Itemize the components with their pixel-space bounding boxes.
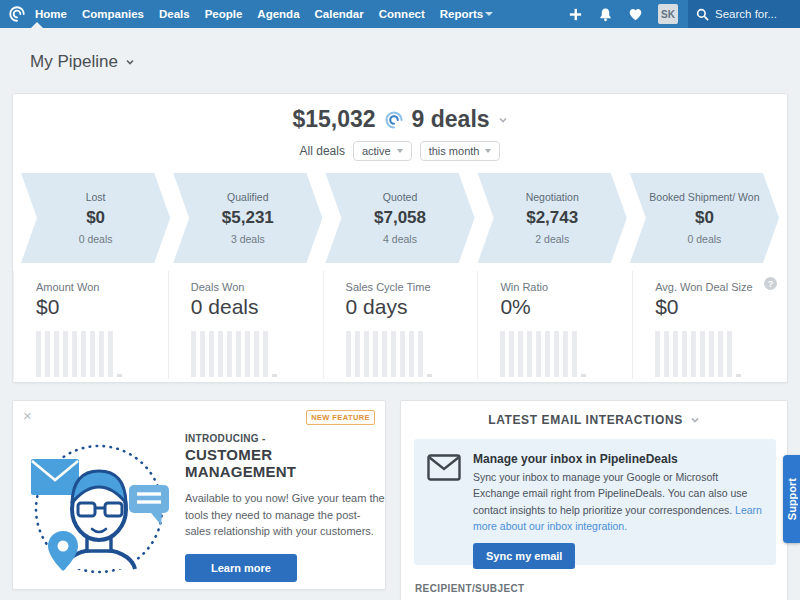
- stat-cell: Amount Won $0: [13, 271, 168, 379]
- stat-placeholder-bars-icon: [191, 331, 268, 377]
- customer-management-promo-card: × NEW FEATURE INTRODUCING - CUSTOMER MAN…: [12, 400, 386, 590]
- page-title-row[interactable]: My Pipeline: [30, 52, 135, 72]
- stat-value: 0 deals: [191, 295, 323, 319]
- favorites-heart-icon[interactable]: [628, 7, 643, 22]
- stat-cell: Avg. Won Deal Size $0: [632, 271, 787, 379]
- pipeline-stats-row: Amount Won $0 Deals Won 0 deals Sales Cy…: [13, 271, 787, 379]
- nav-right: SK: [568, 0, 800, 28]
- funnel-stage[interactable]: Negotiation $2,743 2 deals: [478, 173, 627, 263]
- notifications-bell-icon[interactable]: [598, 7, 613, 22]
- stat-label: Amount Won: [36, 281, 168, 293]
- stat-placeholder-bars-icon: [346, 331, 423, 377]
- stat-placeholder-bars-icon: [500, 331, 577, 377]
- stage-name: Booked Shipment/ Won: [631, 191, 777, 203]
- stage-value: $2,743: [526, 208, 578, 228]
- envelope-column: [427, 452, 461, 565]
- pipeline-summary-chevron-icon[interactable]: [498, 115, 508, 125]
- close-icon[interactable]: ×: [23, 407, 32, 424]
- funnel-stage[interactable]: Booked Shipment/ Won $0 0 deals: [630, 173, 779, 263]
- stage-deal-count: 2 deals: [535, 233, 569, 245]
- nav-item[interactable]: Companies: [82, 8, 144, 20]
- promo-body: Available to you now! Give your team the…: [185, 490, 385, 540]
- filter-status-dropdown[interactable]: active: [353, 141, 412, 161]
- pipeline-total-deals: 9 deals: [412, 106, 490, 133]
- stat-value: 0%: [500, 295, 632, 319]
- pipeline-summary-card: $15,032 9 deals All deals active this mo…: [12, 93, 788, 383]
- search-input[interactable]: [715, 8, 795, 20]
- stage-deal-count: 4 deals: [383, 233, 417, 245]
- stage-value: $7,058: [374, 208, 426, 228]
- main-menu: Home Companies Deals People Agenda Calen…: [35, 8, 483, 20]
- stat-cell: Deals Won 0 deals: [168, 271, 323, 379]
- recipient-subject-column-header: RECIPIENT/SUBJECT: [415, 583, 525, 594]
- stat-value: 0 days: [346, 295, 478, 319]
- stage-name: Qualified: [209, 191, 286, 203]
- stage-deal-count: 0 deals: [687, 233, 721, 245]
- nav-more-chevron-icon[interactable]: [485, 12, 493, 16]
- filter-period-dropdown[interactable]: this month: [420, 141, 501, 161]
- stage-name: Lost: [68, 191, 124, 203]
- deals-icon: [384, 110, 404, 130]
- stat-value: $0: [655, 295, 787, 319]
- pipelinedeals-logo-icon[interactable]: [8, 5, 26, 23]
- filter-status-value: active: [362, 145, 391, 157]
- nav-item[interactable]: Calendar: [315, 8, 364, 20]
- collapse-chevron-icon[interactable]: [690, 415, 700, 425]
- nav-item[interactable]: Agenda: [257, 8, 299, 20]
- learn-more-button[interactable]: Learn more: [185, 554, 297, 582]
- pipeline-funnel: Lost $0 0 deals Qualified $5,231 3 deals…: [21, 173, 779, 263]
- stage-value: $5,231: [222, 208, 274, 228]
- nav-item[interactable]: People: [205, 8, 243, 20]
- inbox-sync-text: Manage your inbox in PipelineDeals Sync …: [473, 452, 762, 565]
- stage-value: $0: [86, 208, 105, 228]
- pipeline-total-value: $15,032: [292, 106, 375, 133]
- nav-item[interactable]: Reports: [440, 8, 483, 20]
- filter-scope-label: All deals: [300, 144, 345, 158]
- email-card-title: LATEST EMAIL INTERACTIONS: [488, 413, 683, 427]
- customer-management-illustration: [25, 429, 177, 587]
- stat-placeholder-bars-icon: [655, 331, 732, 377]
- top-nav: Home Companies Deals People Agenda Calen…: [0, 0, 800, 28]
- sync-email-button[interactable]: Sync my email: [473, 543, 575, 569]
- support-tab[interactable]: Support: [783, 455, 800, 543]
- inbox-sync-panel: Manage your inbox in PipelineDeals Sync …: [414, 439, 776, 565]
- nav-item[interactable]: Deals: [159, 8, 190, 20]
- support-tab-label: Support: [786, 478, 798, 520]
- pipeline-selector-chevron-icon[interactable]: [125, 57, 135, 67]
- promo-title: CUSTOMER MANAGEMENT: [185, 446, 385, 480]
- funnel-stage[interactable]: Lost $0 0 deals: [21, 173, 170, 263]
- stage-deal-count: 0 deals: [79, 233, 113, 245]
- stat-cell: Sales Cycle Time 0 days: [323, 271, 478, 379]
- pipeline-totals: $15,032 9 deals: [13, 106, 787, 133]
- stat-label: Deals Won: [191, 281, 323, 293]
- promo-kicker: INTRODUCING -: [185, 433, 385, 444]
- page-title: My Pipeline: [30, 52, 118, 72]
- filter-period-value: this month: [429, 145, 480, 157]
- promo-text-block: INTRODUCING - CUSTOMER MANAGEMENT Availa…: [185, 433, 385, 582]
- active-tab-notch: [31, 22, 43, 28]
- dropdown-caret-icon: [397, 149, 403, 153]
- stage-name: Quoted: [365, 191, 435, 203]
- nav-item[interactable]: Home: [35, 8, 67, 20]
- email-card-header[interactable]: LATEST EMAIL INTERACTIONS: [401, 413, 787, 427]
- stat-value: $0: [36, 295, 168, 319]
- stage-value: $0: [695, 208, 714, 228]
- envelope-icon: [427, 454, 461, 481]
- dropdown-caret-icon: [485, 149, 491, 153]
- stage-name: Negotiation: [508, 191, 597, 203]
- pipeline-filters: All deals active this month: [13, 141, 787, 161]
- help-icon[interactable]: ?: [764, 277, 777, 290]
- stat-placeholder-bars-icon: [36, 331, 113, 377]
- stat-label: Sales Cycle Time: [346, 281, 478, 293]
- inbox-sync-body: Sync your inbox to manage your Google or…: [473, 469, 762, 534]
- user-avatar[interactable]: SK: [658, 4, 678, 24]
- funnel-stage[interactable]: Quoted $7,058 4 deals: [325, 173, 474, 263]
- stat-label: Win Ratio: [500, 281, 632, 293]
- new-feature-badge: NEW FEATURE: [306, 410, 375, 425]
- stat-cell: Win Ratio 0%: [477, 271, 632, 379]
- funnel-stage[interactable]: Qualified $5,231 3 deals: [173, 173, 322, 263]
- search-box: [688, 0, 800, 28]
- add-icon[interactable]: [568, 7, 583, 22]
- inbox-sync-body-text: Sync your inbox to manage your Google or…: [473, 471, 747, 516]
- nav-item[interactable]: Connect: [379, 8, 425, 20]
